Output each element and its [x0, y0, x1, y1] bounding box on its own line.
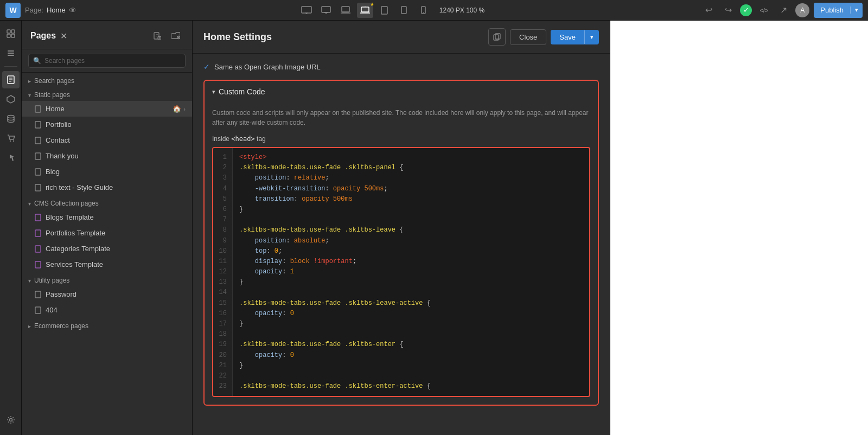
resolution-display: 1240 PX 100 % [439, 7, 484, 14]
page-name-portfolio: Portfolio [46, 120, 186, 129]
page-item-blogs-template[interactable]: Blogs Template [22, 209, 192, 225]
sidebar-title: Pages [30, 31, 56, 41]
page-name-password: Password [46, 290, 186, 298]
page-name-thank-you: Thank you [46, 152, 186, 160]
close-settings-button[interactable]: Close [510, 29, 546, 45]
site-settings-button[interactable] [2, 411, 20, 428]
svg-rect-43 [35, 153, 41, 159]
canvas-area [610, 21, 868, 435]
page-item-blog[interactable]: Blog [22, 164, 192, 180]
checkbox-checked-icon: ✓ [203, 62, 210, 71]
new-folder-button[interactable] [168, 28, 183, 43]
user-avatar[interactable]: A [795, 3, 809, 17]
page-name-rich-text: rich text - Style Guide [46, 183, 186, 191]
icon-bar [0, 21, 22, 435]
svg-point-27 [8, 116, 14, 118]
svg-rect-6 [342, 7, 349, 12]
section-search-pages[interactable]: ▸ Search pages [22, 73, 192, 87]
svg-rect-15 [7, 30, 10, 33]
svg-marker-26 [7, 95, 15, 103]
close-sidebar-button[interactable]: ✕ [60, 31, 67, 41]
device-tablet-large[interactable] [376, 3, 393, 18]
svg-rect-44 [35, 169, 41, 175]
svg-rect-3 [322, 7, 330, 12]
components-button[interactable] [2, 91, 20, 108]
page-item-portfolios-template[interactable]: Portfolios Template [22, 225, 192, 241]
device-tablet[interactable] [396, 3, 412, 18]
redo-button[interactable]: ↪ [720, 3, 736, 18]
code-editor-button[interactable]: </> [756, 3, 771, 18]
svg-rect-8 [361, 7, 369, 12]
device-desktop[interactable] [318, 3, 334, 18]
section-title-static-pages: Static pages [34, 91, 70, 99]
svg-rect-48 [35, 246, 41, 252]
page-item-categories-template[interactable]: Categories Template [22, 241, 192, 257]
share-button[interactable]: ↗ [776, 3, 791, 18]
section-ecommerce-pages[interactable]: ▸ Ecommerce pages [22, 318, 192, 332]
sidebar-content: ▸ Search pages ▾ Static pages Home 🏠 › P… [22, 73, 192, 435]
section-title-search-pages: Search pages [34, 77, 74, 85]
head-tag: <head> [231, 135, 254, 143]
custom-code-chevron: ▾ [212, 88, 215, 95]
chevron-right-home: › [183, 106, 186, 112]
device-laptop[interactable] [337, 3, 354, 18]
page-item-portfolio[interactable]: Portfolio [22, 117, 192, 132]
code-editor[interactable]: 12345 678910 1112131415 1617181920 21222… [212, 147, 590, 397]
custom-code-header[interactable]: ▾ Custom Code [205, 82, 598, 101]
svg-rect-16 [11, 30, 15, 33]
eye-icon[interactable]: 👁 [69, 6, 76, 15]
topbar: W Page: Home 👁 ★ 1240 PX 100 % [0, 0, 868, 21]
page-name-contact: Contact [46, 136, 186, 144]
chevron-search-pages: ▸ [28, 78, 31, 84]
save-dropdown-button[interactable]: ▾ [584, 30, 599, 44]
section-static-pages[interactable]: ▾ Static pages [22, 87, 192, 101]
page-item-contact[interactable]: Contact [22, 132, 192, 148]
publish-button[interactable]: Publish ▾ [814, 3, 863, 18]
page-item-404[interactable]: 404 [22, 302, 192, 318]
search-input[interactable] [44, 57, 181, 65]
page-item-services-template[interactable]: Services Template [22, 257, 192, 272]
page-item-thank-you[interactable]: Thank you [22, 148, 192, 164]
section-title-cms-pages: CMS Collection pages [34, 200, 99, 207]
svg-rect-50 [35, 291, 41, 298]
svg-rect-20 [8, 53, 14, 54]
code-content[interactable]: <style> .skltbs-mode-tabs.use-fade .sklt… [233, 148, 589, 396]
svg-rect-19 [8, 50, 14, 52]
svg-point-29 [12, 140, 14, 142]
device-mobile[interactable] [416, 3, 432, 18]
logo: W [5, 3, 21, 18]
page-item-rich-text[interactable]: rich text - Style Guide [22, 180, 192, 195]
layers-button[interactable] [2, 44, 20, 62]
undo-button[interactable]: ↩ [701, 3, 716, 18]
cms-button[interactable] [2, 110, 20, 127]
save-button[interactable]: Save [551, 30, 584, 44]
new-page-button[interactable] [150, 28, 165, 43]
section-title-utility-pages: Utility pages [34, 277, 69, 284]
svg-rect-12 [401, 7, 406, 14]
chevron-cms-pages: ▾ [28, 201, 31, 207]
page-item-password[interactable]: Password [22, 286, 192, 302]
section-utility-pages[interactable]: ▾ Utility pages [22, 272, 192, 286]
add-element-button[interactable] [2, 25, 20, 42]
duplicate-button[interactable] [488, 28, 506, 46]
search-icon: 🔍 [33, 57, 41, 65]
page-item-home[interactable]: Home 🏠 › [22, 101, 192, 117]
svg-rect-42 [35, 137, 41, 144]
interactions-button[interactable] [2, 149, 20, 167]
svg-rect-46 [35, 214, 41, 221]
device-laptop-small[interactable]: ★ [357, 3, 373, 18]
page-name: Home [47, 6, 66, 14]
save-button-group: Save ▾ [551, 30, 599, 44]
page-name-home: Home [46, 105, 168, 113]
ecommerce-button[interactable] [2, 130, 20, 147]
svg-point-30 [9, 419, 12, 421]
pages-button[interactable] [2, 71, 20, 88]
section-cms-pages[interactable]: ▾ CMS Collection pages [22, 195, 192, 209]
page-name-portfolios-template: Portfolios Template [46, 229, 186, 237]
device-desktop-large[interactable] [298, 3, 315, 18]
sidebar: Pages ✕ 🔍 ▸ Search pages [22, 21, 193, 435]
section-title-ecommerce-pages: Ecommerce pages [34, 322, 88, 330]
topbar-right: ↩ ↪ ✓ </> ↗ A Publish ▾ [701, 3, 863, 18]
custom-code-desc: Custom code and scripts will only appear… [212, 108, 590, 127]
svg-rect-11 [381, 7, 387, 14]
